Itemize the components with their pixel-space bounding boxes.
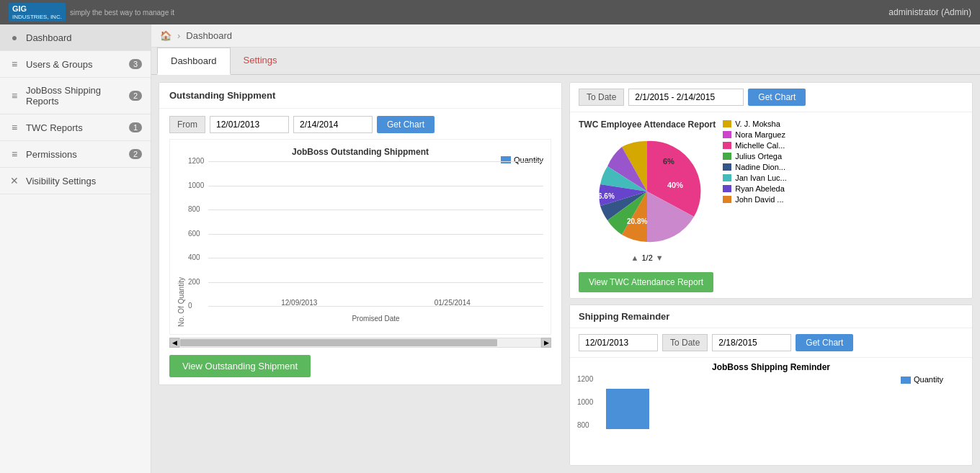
sidebar-item-dashboard[interactable]: ● Dashboard [0,24,151,51]
shipping-to-input[interactable] [712,334,791,351]
pie-chart-area: TWC Employee Attendace Report [579,120,716,262]
to-date-label: To Date [579,89,624,106]
x-axis-label: Promised Date [208,315,543,323]
legend-color-vj [723,120,731,127]
bar-x-label: 12/09/2013 [281,299,317,307]
sidebar-item-users-groups[interactable]: ≡ Users & Groups 3 [0,51,151,78]
from-date-input[interactable] [210,116,289,133]
jobboss-icon: ≡ [9,90,20,102]
sidebar-item-label: Dashboard [26,32,142,43]
legend-item-john: John David ... [723,195,787,204]
tab-settings[interactable]: Settings [231,48,290,74]
twc-body: TWC Employee Attendace Report [570,112,972,269]
page-next-arrow[interactable]: ▼ [656,253,664,262]
legend-color-nora [723,131,731,138]
sidebar-item-label: TWC Reports [26,122,123,133]
shipping-chart-area: JobBoss Shipping Reminder Quantity 1200 … [570,358,972,465]
shipping-bar [606,389,649,429]
pie-chart-title: TWC Employee Attendace Report [579,120,716,130]
pie-label-6pct: 6% [663,157,674,166]
breadcrumb-current: Dashboard [186,30,232,41]
legend-color-ryan [723,185,731,192]
scroll-right-arrow[interactable]: ▶ [541,338,551,348]
legend-label-jan: Jan Ivan Luc... [735,174,787,182]
to-date-input[interactable] [293,116,373,133]
shipping-get-chart-button[interactable]: Get Chart [796,334,853,351]
legend-item-michelle: Michelle Cal... [723,141,787,150]
sidebar-item-twc[interactable]: ≡ TWC Reports 1 [0,114,151,141]
sidebar-badge: 3 [129,59,142,69]
main-content: 🏠 › Dashboard Dashboard Settings Outstan… [151,24,980,473]
tab-dashboard[interactable]: Dashboard [157,48,231,75]
page-indicator: 1/2 [641,253,652,262]
topbar: GIG INDUSTRIES, INC. simply the best way… [0,0,980,24]
shipping-legend-label: Quantity [914,375,943,384]
home-icon[interactable]: 🏠 [160,30,172,41]
visibility-icon: ✕ [9,175,20,186]
legend-item-nadine: Nadine Dion... [723,163,787,171]
shipping-reminder-card: Shipping Remainder To Date Get Chart Job… [569,305,973,466]
twc-get-chart-button[interactable]: Get Chart [748,89,806,106]
from-label: From [169,116,205,133]
breadcrumb-separator: › [177,30,180,41]
legend-label-john: John David ... [735,195,783,204]
sidebar-item-label: Permissions [26,149,123,160]
sidebar-badge: 1 [129,122,142,132]
breadcrumb: 🏠 › Dashboard [151,24,980,48]
tabs-bar: Dashboard Settings [151,48,980,75]
twc-date-range-input[interactable] [628,89,744,106]
outstanding-shipment-body: From Get Chart JobBoss Outstanding Shipp… [159,109,561,384]
view-twc-button[interactable]: View TWC Attendance Report [579,272,713,292]
bar-chart-title: JobBoss Outstanding Shippment [177,147,543,157]
legend-color-julius [723,153,731,160]
outstanding-shipment-card: Outstanding Shippment From Get Chart Job… [159,82,562,385]
legend-label-julius: Julius Ortega [735,152,782,161]
twc-controls: To Date Get Chart [570,83,972,112]
twc-report-card: To Date Get Chart TWC Employee Attendace… [569,82,973,299]
permissions-icon: ≡ [9,148,20,160]
chart-scrollbar: ◀ ▶ [169,338,551,348]
legend-label-vj: V. J. Moksha [735,120,780,128]
scroll-track[interactable] [179,338,541,348]
sidebar-item-permissions[interactable]: ≡ Permissions 2 [0,141,151,168]
dashboard-area: Outstanding Shippment From Get Chart Job… [151,75,980,473]
legend-item-jan: Jan Ivan Luc... [723,174,787,182]
logo: GIG INDUSTRIES, INC. simply the best way… [9,3,174,22]
users-groups-icon: ≡ [9,58,20,70]
legend-item-nora: Nora Marguez [723,130,787,139]
shipping-controls: To Date Get Chart [570,328,972,358]
shipping-to-date-label: To Date [662,334,708,351]
legend-label-nora: Nora Marguez [735,130,785,139]
scroll-left-arrow[interactable]: ◀ [169,338,179,348]
legend-item-vj: V. J. Moksha [723,120,787,128]
chart-controls: From Get Chart [169,116,551,133]
legend-item-julius: Julius Ortega [723,152,787,161]
right-panel: To Date Get Chart TWC Employee Attendace… [569,82,973,466]
pie-chart: 6% 40% 20.8% 6.6% [582,134,712,249]
legend-color-michelle [723,142,731,149]
legend-color-nadine [723,163,731,171]
shipping-from-input[interactable] [579,334,658,351]
sidebar-item-jobboss[interactable]: ≡ JobBoss Shipping Reports 2 [0,78,151,114]
pie-svg: 6% 40% 20.8% 6.6% [582,134,712,249]
logo-box: GIG INDUSTRIES, INC. [9,3,66,22]
legend-label-ryan: Ryan Abeleda [735,184,785,193]
legend-label-nadine: Nadine Dion... [735,163,785,171]
view-outstanding-shipment-button[interactable]: View Outstanding Shipment [169,355,311,377]
left-panel: Outstanding Shippment From Get Chart Job… [159,82,562,466]
pie-legend: V. J. Moksha Nora Marguez Michelle Cal..… [723,120,787,204]
sidebar-item-visibility[interactable]: ✕ Visibility Settings [0,168,151,194]
bar-group: 12/09/2013 [281,297,317,307]
tagline: simply the best way to manage it [70,9,174,17]
outstanding-shipment-title: Outstanding Shippment [159,83,561,109]
dashboard-icon: ● [9,32,20,43]
get-chart-button[interactable]: Get Chart [377,116,435,133]
legend-item-ryan: Ryan Abeleda [723,184,787,193]
page-prev-arrow[interactable]: ▲ [631,253,639,262]
bar-x-label: 01/25/2014 [435,299,471,307]
shipping-chart-title: JobBoss Shipping Reminder [577,362,965,372]
shipping-reminder-title: Shipping Remainder [570,305,972,328]
pie-pagination: ▲ 1/2 ▼ [631,253,664,262]
legend-color-john [723,196,731,203]
shipping-legend: Quantity [901,375,943,384]
